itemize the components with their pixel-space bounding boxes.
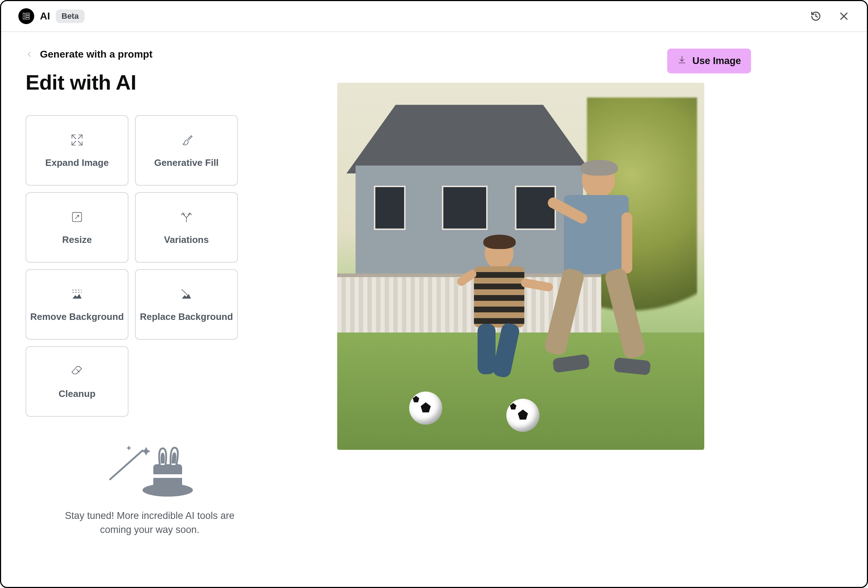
svg-rect-2 [26,15,30,17]
brand-block: AI Beta [18,8,84,24]
close-icon[interactable] [837,10,850,23]
tool-cleanup[interactable]: Cleanup [25,346,128,417]
tool-label: Replace Background [140,311,233,322]
brand-label: AI [40,10,50,22]
tool-label: Remove Background [30,311,124,322]
tool-replace-background[interactable]: Replace Background [135,269,238,340]
right-panel: Use Image [288,49,845,580]
eraser-icon [70,364,84,378]
modal-header: AI Beta [1,1,867,32]
tool-generative-fill[interactable]: Generative Fill [135,115,238,186]
tool-label: Resize [62,234,92,245]
tool-label: Expand Image [45,157,109,168]
resize-icon [70,210,84,224]
svg-line-6 [72,134,76,139]
beta-badge: Beta [56,9,84,23]
promo-text: Stay tuned! More incredible AI tools are… [53,509,247,537]
svg-line-8 [72,141,76,145]
history-icon[interactable] [809,10,822,23]
promo-block: Stay tuned! More incredible AI tools are… [25,440,274,537]
brush-icon [179,133,193,147]
download-icon [677,55,686,67]
page-title: Edit with AI [25,70,274,94]
branch-icon [179,210,193,224]
use-image-label: Use Image [692,55,741,66]
tool-grid: Expand Image Generative Fill Resize [25,115,274,417]
remove-bg-icon [70,287,84,301]
magic-hat-icon [103,440,196,499]
elementor-logo-icon [18,8,34,24]
svg-line-11 [76,369,79,372]
breadcrumb-label: Generate with a prompt [40,49,153,60]
tool-resize[interactable]: Resize [25,192,128,263]
svg-rect-1 [26,13,30,15]
tool-label: Cleanup [59,388,96,399]
tool-label: Variations [164,234,209,245]
svg-line-9 [78,141,82,145]
tool-variations[interactable]: Variations [135,192,238,263]
use-image-button[interactable]: Use Image [667,49,751,74]
tool-remove-background[interactable]: Remove Background [25,269,128,340]
replace-bg-icon [179,287,193,301]
image-preview[interactable] [337,83,704,450]
svg-rect-0 [23,13,25,19]
modal-body: Generate with a prompt Edit with AI Expa… [1,32,867,587]
left-panel: Generate with a prompt Edit with AI Expa… [25,49,274,580]
breadcrumb[interactable]: Generate with a prompt [25,49,274,60]
expand-arrows-icon [70,133,84,147]
svg-rect-3 [26,18,30,19]
chevron-left-icon [25,50,34,58]
tool-expand-image[interactable]: Expand Image [25,115,128,186]
svg-line-7 [78,134,82,139]
tool-label: Generative Fill [154,157,218,168]
ai-modal: AI Beta Generate with a prompt Edit with… [0,0,868,588]
svg-rect-14 [153,474,182,478]
header-actions [809,10,850,23]
svg-line-12 [110,451,143,479]
